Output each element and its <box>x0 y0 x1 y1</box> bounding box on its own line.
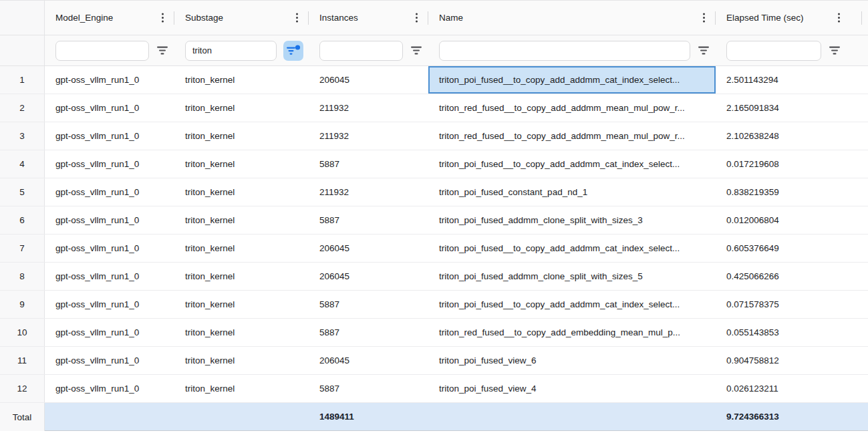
cell-elapsed-time[interactable]: 0.605376649 <box>716 235 868 262</box>
table-row: 6 gpt-oss_vllm_run1_0 triton_kernel 5887… <box>0 206 868 235</box>
column-header-elapsed-time[interactable]: Elapsed Time (sec) <box>716 1 868 35</box>
cell-substage[interactable]: triton_kernel <box>174 66 309 94</box>
cell-name[interactable]: triton_poi_fused_addmm_clone_split_with_… <box>428 263 716 290</box>
cell-name[interactable]: triton_poi_fused__to_copy_add_addmm_cat_… <box>428 150 716 178</box>
cell-substage[interactable]: triton_kernel <box>174 291 309 318</box>
cell-substage[interactable]: triton_kernel <box>174 122 309 150</box>
cell-model-engine[interactable]: gpt-oss_vllm_run1_0 <box>45 235 174 262</box>
cell-substage[interactable]: triton_kernel <box>174 319 309 346</box>
cell-elapsed-time[interactable]: 2.165091834 <box>716 94 868 122</box>
filter-button-substage-active[interactable] <box>283 41 303 61</box>
filter-cell-name <box>428 35 716 65</box>
selected-cell[interactable]: triton_poi_fused__to_copy_add_addmm_cat_… <box>428 66 716 94</box>
column-menu-icon[interactable] <box>703 17 705 19</box>
row-number: 10 <box>0 319 45 346</box>
total-row: Total 1489411 9.724366313 <box>0 403 868 431</box>
cell-instances[interactable]: 211932 <box>309 122 428 150</box>
cell-substage[interactable]: triton_kernel <box>174 150 309 178</box>
filter-input-model-engine[interactable] <box>55 41 149 61</box>
cell-name[interactable]: triton_poi_fused_view_6 <box>428 347 716 374</box>
cell-elapsed-time[interactable]: 0.026123211 <box>716 375 868 402</box>
cell-instances[interactable]: 211932 <box>309 178 428 206</box>
cell-model-engine[interactable]: gpt-oss_vllm_run1_0 <box>45 206 174 234</box>
cell-model-engine[interactable]: gpt-oss_vllm_run1_0 <box>45 347 174 374</box>
filter-button-instances[interactable] <box>410 44 423 57</box>
cell-model-engine[interactable]: gpt-oss_vllm_run1_0 <box>45 150 174 178</box>
cell-instances[interactable]: 206045 <box>309 347 428 374</box>
filter-icon <box>829 45 841 55</box>
cell-model-engine[interactable]: gpt-oss_vllm_run1_0 <box>45 319 174 346</box>
cell-substage[interactable]: triton_kernel <box>174 375 309 402</box>
filter-button-name[interactable] <box>697 44 710 57</box>
data-grid: Model_Engine Substage Instances Name Ela… <box>0 0 868 431</box>
cell-elapsed-time[interactable]: 2.102638248 <box>716 122 868 150</box>
cell-name[interactable]: triton_red_fused__to_copy_add_addmm_mean… <box>428 122 716 150</box>
cell-name[interactable]: triton_poi_fused_view_4 <box>428 375 716 402</box>
column-header-model-engine[interactable]: Model_Engine <box>45 1 174 35</box>
cell-model-engine[interactable]: gpt-oss_vllm_run1_0 <box>45 263 174 290</box>
filter-button-model-engine[interactable] <box>156 44 169 57</box>
filter-input-name[interactable] <box>439 41 690 61</box>
column-menu-icon[interactable] <box>838 17 840 19</box>
cell-instances[interactable]: 211932 <box>309 94 428 122</box>
table-row: 1 gpt-oss_vllm_run1_0 triton_kernel 2060… <box>0 66 868 94</box>
filter-input-substage[interactable] <box>185 41 277 61</box>
cell-elapsed-time[interactable]: 0.838219359 <box>716 178 868 206</box>
cell-substage[interactable]: triton_kernel <box>174 94 309 122</box>
cell-instances[interactable]: 5887 <box>309 206 428 234</box>
filter-icon <box>156 45 168 55</box>
cell-elapsed-time[interactable]: 0.071578375 <box>716 291 868 318</box>
table-row: 7 gpt-oss_vllm_run1_0 triton_kernel 2060… <box>0 235 868 263</box>
column-menu-icon[interactable] <box>162 17 164 19</box>
cell-model-engine[interactable]: gpt-oss_vllm_run1_0 <box>45 375 174 402</box>
cell-instances[interactable]: 5887 <box>309 150 428 178</box>
cell-elapsed-time[interactable]: 0.017219608 <box>716 150 868 178</box>
cell-elapsed-time[interactable]: 0.904758812 <box>716 347 868 374</box>
cell-substage[interactable]: triton_kernel <box>174 235 309 262</box>
filter-button-elapsed-time[interactable] <box>828 44 841 57</box>
cell-model-engine[interactable]: gpt-oss_vllm_run1_0 <box>45 291 174 318</box>
cell-substage[interactable]: triton_kernel <box>174 263 309 290</box>
cell-instances[interactable]: 5887 <box>309 375 428 402</box>
column-label: Model_Engine <box>55 13 113 23</box>
table-row: 11 gpt-oss_vllm_run1_0 triton_kernel 206… <box>0 347 868 375</box>
corner-cell <box>0 1 45 35</box>
cell-elapsed-time[interactable]: 0.055143853 <box>716 319 868 346</box>
column-header-substage[interactable]: Substage <box>174 1 309 35</box>
filter-cell-model-engine <box>45 35 174 65</box>
cell-name[interactable]: triton_red_fused__to_copy_add_addmm_mean… <box>428 94 716 122</box>
cell-name[interactable]: triton_poi_fused_addmm_clone_split_with_… <box>428 206 716 234</box>
column-label: Name <box>439 13 463 23</box>
filter-input-instances[interactable] <box>319 41 403 61</box>
cell-name[interactable]: triton_poi_fused__to_copy_add_addmm_cat_… <box>428 235 716 262</box>
column-menu-icon[interactable] <box>416 17 418 19</box>
cell-model-engine[interactable]: gpt-oss_vllm_run1_0 <box>45 178 174 206</box>
column-menu-icon[interactable] <box>296 17 298 19</box>
cell-model-engine[interactable]: gpt-oss_vllm_run1_0 <box>45 122 174 150</box>
cell-instances[interactable]: 206045 <box>309 66 428 94</box>
cell-substage[interactable]: triton_kernel <box>174 206 309 234</box>
cell-name[interactable]: triton_poi_fused__to_copy_add_addmm_cat_… <box>428 291 716 318</box>
active-filter-dot <box>295 45 300 49</box>
column-label: Instances <box>319 13 358 23</box>
column-header-name[interactable]: Name <box>428 1 716 35</box>
cell-substage[interactable]: triton_kernel <box>174 178 309 206</box>
cell-elapsed-time[interactable]: 0.012006804 <box>716 206 868 234</box>
cell-instances[interactable]: 206045 <box>309 235 428 262</box>
cell-model-engine[interactable]: gpt-oss_vllm_run1_0 <box>45 94 174 122</box>
row-number: 1 <box>0 66 45 94</box>
filter-input-elapsed-time[interactable] <box>726 41 821 61</box>
cell-instances[interactable]: 206045 <box>309 263 428 290</box>
cell-name[interactable]: triton_poi_fused_constant_pad_nd_1 <box>428 178 716 206</box>
column-separator <box>861 11 863 25</box>
cell-instances[interactable]: 5887 <box>309 291 428 318</box>
cell-elapsed-time[interactable]: 2.501143294 <box>716 66 868 94</box>
cell-elapsed-time[interactable]: 0.425066266 <box>716 263 868 290</box>
cell-substage[interactable]: triton_kernel <box>174 347 309 374</box>
column-header-instances[interactable]: Instances <box>309 1 428 35</box>
row-number: 11 <box>0 347 45 374</box>
total-data-area: 1489411 9.724366313 <box>45 403 868 431</box>
cell-instances[interactable]: 5887 <box>309 319 428 346</box>
cell-model-engine[interactable]: gpt-oss_vllm_run1_0 <box>45 66 174 94</box>
cell-name[interactable]: triton_red_fused__to_copy_add_embedding_… <box>428 319 716 346</box>
